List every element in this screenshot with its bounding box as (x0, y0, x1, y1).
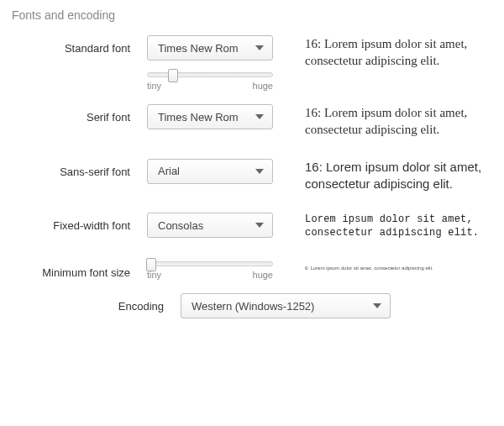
slider-max-label: huge (253, 270, 273, 280)
fixed-font-preview: Lorem ipsum dolor sit amet, consectetur … (281, 213, 504, 239)
standard-font-size-slider[interactable]: tiny huge (147, 66, 273, 91)
serif-font-select[interactable]: Times New Rom (147, 104, 273, 129)
row-standard-font: Standard font Times New Rom tiny huge 16… (0, 25, 504, 94)
row-fixed-font: Fixed-width font Consolas Lorem ipsum do… (0, 202, 504, 250)
slider-max-label: huge (253, 81, 273, 91)
standard-font-value: Times New Rom (158, 42, 239, 55)
chevron-down-icon (255, 169, 264, 174)
min-font-size-slider[interactable]: tiny huge (147, 260, 273, 280)
serif-font-value: Times New Rom (158, 111, 239, 124)
slider-labels: tiny huge (147, 266, 273, 280)
label-encoding: Encoding (0, 293, 181, 313)
sans-font-value: Arial (158, 165, 180, 177)
slider-labels: tiny huge (147, 77, 273, 91)
fixed-font-value: Consolas (158, 219, 203, 232)
sans-font-select[interactable]: Arial (147, 159, 273, 184)
chevron-down-icon (373, 303, 381, 308)
row-min-font-size: Minimum font size tiny huge 6: Lorem ips… (0, 250, 504, 283)
slider-thumb[interactable] (168, 69, 178, 82)
label-sans-font: Sans-serif font (0, 159, 147, 178)
label-serif-font: Serif font (0, 104, 147, 124)
slider-track (147, 72, 273, 77)
standard-font-preview: 16: Lorem ipsum dolor sit amet, consecte… (281, 35, 504, 70)
chevron-down-icon (255, 223, 264, 228)
section-title: Fonts and encoding (0, 0, 504, 25)
fixed-font-select[interactable]: Consolas (147, 213, 273, 238)
slider-track (147, 261, 273, 266)
label-standard-font: Standard font (0, 35, 147, 55)
sans-font-preview: 16: Lorem ipsum dolor sit amet, consecte… (281, 159, 504, 193)
row-sans-font: Sans-serif font Arial 16: Lorem ipsum do… (0, 149, 504, 203)
serif-font-preview: 16: Lorem ipsum dolor sit amet, consecte… (281, 104, 504, 139)
min-font-size-preview: 6: Lorem ipsum dolor sit amet, consectet… (281, 260, 504, 271)
slider-min-label: tiny (147, 81, 161, 91)
chevron-down-icon (255, 114, 264, 119)
standard-font-select[interactable]: Times New Rom (147, 35, 273, 60)
chevron-down-icon (255, 45, 264, 50)
encoding-value: Western (Windows-1252) (192, 300, 314, 313)
label-fixed-font: Fixed-width font (0, 213, 147, 232)
encoding-select[interactable]: Western (Windows-1252) (181, 293, 391, 318)
row-serif-font: Serif font Times New Rom 16: Lorem ipsum… (0, 94, 504, 149)
row-encoding: Encoding Western (Windows-1252) (0, 283, 504, 329)
slider-thumb[interactable] (146, 258, 156, 271)
label-min-font-size: Minimum font size (0, 260, 147, 279)
